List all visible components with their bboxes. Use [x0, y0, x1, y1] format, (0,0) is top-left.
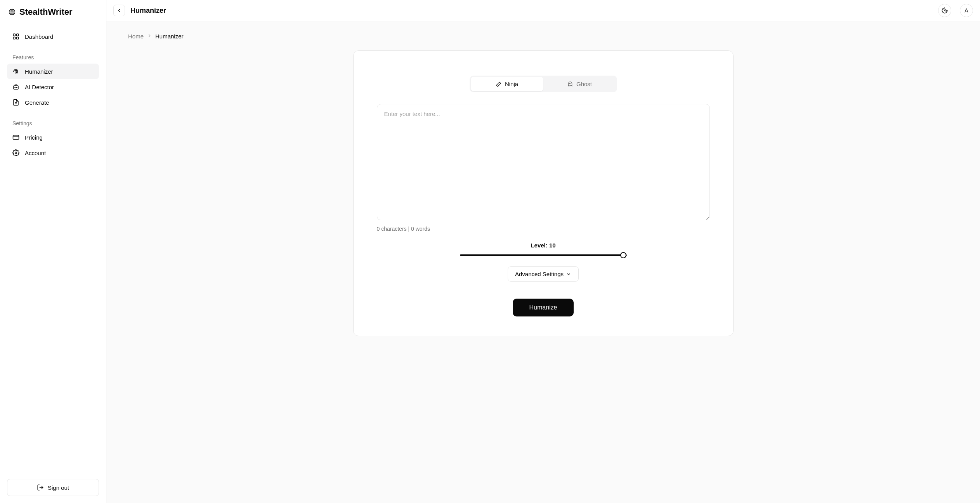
sidebar-item-label: Pricing [25, 134, 43, 141]
sidebar-item-label: Generate [25, 99, 49, 106]
slider-thumb[interactable] [620, 252, 626, 258]
svg-rect-3 [13, 37, 15, 39]
tab-ninja[interactable]: Ninja [471, 77, 543, 91]
slider-track [460, 254, 627, 256]
character-word-count: 0 characters | 0 words [377, 226, 710, 232]
advanced-settings-label: Advanced Settings [515, 271, 564, 277]
mode-toggle: Ninja Ghost [470, 76, 617, 92]
tab-label: Ghost [576, 81, 592, 87]
logout-icon [37, 484, 44, 491]
brand-name: StealthWriter [19, 7, 73, 17]
brand-logo[interactable]: StealthWriter [7, 7, 99, 17]
breadcrumb: Home Humanizer [128, 33, 958, 40]
svg-rect-4 [17, 37, 19, 39]
credit-card-icon [12, 134, 19, 141]
chevron-down-icon [566, 271, 571, 277]
svg-point-9 [15, 152, 17, 154]
sidebar-item-humanizer[interactable]: Humanizer [7, 64, 99, 79]
svg-point-7 [17, 87, 17, 88]
humanize-button[interactable]: Humanize [513, 299, 573, 316]
tab-label: Ninja [505, 81, 518, 87]
sidebar-heading-settings: Settings [7, 117, 99, 130]
sidebar-item-ai-detector[interactable]: AI Detector [7, 79, 99, 95]
sidebar-item-label: Account [25, 150, 46, 156]
chevron-left-icon [116, 8, 122, 13]
theme-toggle-button[interactable] [938, 4, 951, 17]
svg-rect-1 [13, 34, 15, 36]
avatar-initial: A [964, 7, 968, 14]
svg-rect-8 [13, 135, 19, 140]
svg-point-12 [946, 11, 946, 11]
moon-icon [941, 7, 948, 14]
sidebar-item-generate[interactable]: Generate [7, 95, 99, 110]
tab-ghost[interactable]: Ghost [543, 77, 616, 91]
avatar[interactable]: A [960, 4, 973, 17]
sidebar-item-account[interactable]: Account [7, 145, 99, 161]
svg-rect-2 [17, 34, 19, 36]
advanced-settings-button[interactable]: Advanced Settings [508, 266, 579, 282]
chevron-right-icon [147, 33, 152, 40]
editor-card: Ninja Ghost 0 characters | 0 words Level… [353, 50, 734, 336]
sidebar-item-label: Humanizer [25, 68, 53, 75]
svg-point-13 [569, 83, 569, 84]
level-slider[interactable] [460, 252, 627, 258]
svg-point-0 [9, 9, 15, 15]
sign-out-label: Sign out [48, 484, 69, 491]
wand-icon [496, 81, 502, 87]
brand-icon [9, 9, 16, 16]
svg-rect-5 [14, 86, 18, 89]
sidebar-item-pricing[interactable]: Pricing [7, 130, 99, 145]
breadcrumb-current: Humanizer [155, 33, 184, 40]
svg-point-11 [947, 10, 947, 10]
sidebar-item-dashboard[interactable]: Dashboard [7, 29, 99, 44]
gear-icon [12, 149, 19, 156]
page-title: Humanizer [130, 7, 166, 15]
sidebar-heading-features: Features [7, 51, 99, 64]
fingerprint-icon [12, 68, 19, 75]
back-button[interactable] [113, 5, 125, 16]
ghost-icon [567, 81, 573, 87]
svg-point-6 [15, 87, 16, 88]
sidebar-item-label: AI Detector [25, 84, 54, 90]
bot-icon [12, 83, 19, 90]
level-label: Level: 10 [377, 242, 710, 249]
breadcrumb-home[interactable]: Home [128, 33, 144, 40]
svg-point-10 [946, 9, 946, 10]
sidebar-item-label: Dashboard [25, 33, 53, 40]
header: Humanizer A [106, 0, 980, 21]
svg-point-14 [571, 83, 571, 84]
dashboard-icon [12, 33, 19, 40]
sidebar: StealthWriter Dashboard Features Humaniz… [0, 0, 106, 503]
file-icon [12, 99, 19, 106]
text-input[interactable] [377, 104, 710, 220]
sign-out-button[interactable]: Sign out [7, 479, 99, 496]
